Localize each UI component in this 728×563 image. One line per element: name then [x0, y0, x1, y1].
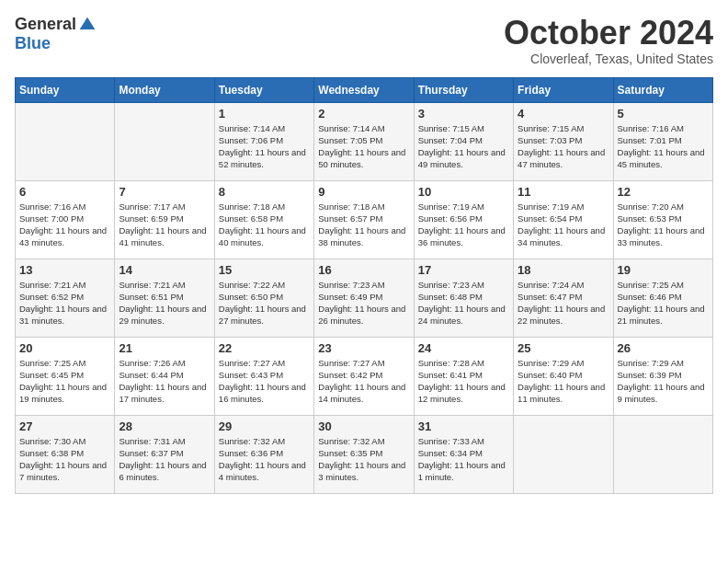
- calendar-cell: 22Sunrise: 7:27 AM Sunset: 6:43 PM Dayli…: [214, 337, 313, 415]
- calendar-week-row: 13Sunrise: 7:21 AM Sunset: 6:52 PM Dayli…: [16, 259, 713, 337]
- calendar-cell: 24Sunrise: 7:28 AM Sunset: 6:41 PM Dayli…: [414, 337, 513, 415]
- logo-general-text: General: [15, 15, 76, 34]
- page-header: General Blue October 2024 Cloverleaf, Te…: [15, 15, 713, 66]
- cell-info: Sunrise: 7:25 AM Sunset: 6:45 PM Dayligh…: [19, 357, 110, 406]
- calendar-cell: 11Sunrise: 7:19 AM Sunset: 6:54 PM Dayli…: [514, 180, 613, 259]
- calendar-cell: 13Sunrise: 7:21 AM Sunset: 6:52 PM Dayli…: [16, 259, 115, 337]
- cell-info: Sunrise: 7:32 AM Sunset: 6:36 PM Dayligh…: [219, 435, 310, 484]
- cell-info: Sunrise: 7:14 AM Sunset: 7:06 PM Dayligh…: [219, 122, 310, 171]
- svg-marker-0: [80, 17, 96, 29]
- cell-info: Sunrise: 7:14 AM Sunset: 7:05 PM Dayligh…: [318, 122, 409, 171]
- logo-blue-text: Blue: [15, 34, 51, 53]
- calendar-week-row: 6Sunrise: 7:16 AM Sunset: 7:00 PM Daylig…: [16, 180, 713, 259]
- calendar-cell: 3Sunrise: 7:15 AM Sunset: 7:04 PM Daylig…: [414, 102, 513, 180]
- calendar-week-row: 1Sunrise: 7:14 AM Sunset: 7:06 PM Daylig…: [16, 102, 713, 180]
- calendar-cell: 17Sunrise: 7:23 AM Sunset: 6:48 PM Dayli…: [414, 259, 513, 337]
- cell-info: Sunrise: 7:31 AM Sunset: 6:37 PM Dayligh…: [119, 435, 210, 484]
- month-title: October 2024: [504, 15, 713, 52]
- cell-info: Sunrise: 7:29 AM Sunset: 6:40 PM Dayligh…: [518, 357, 609, 406]
- calendar-cell: 4Sunrise: 7:15 AM Sunset: 7:03 PM Daylig…: [514, 102, 613, 180]
- day-number: 23: [318, 341, 409, 355]
- cell-info: Sunrise: 7:28 AM Sunset: 6:41 PM Dayligh…: [418, 357, 509, 406]
- calendar-cell: 7Sunrise: 7:17 AM Sunset: 6:59 PM Daylig…: [115, 180, 214, 259]
- cell-info: Sunrise: 7:23 AM Sunset: 6:49 PM Dayligh…: [318, 279, 409, 327]
- calendar-cell: 23Sunrise: 7:27 AM Sunset: 6:42 PM Dayli…: [314, 337, 414, 415]
- day-number: 31: [418, 419, 509, 433]
- calendar-cell: [16, 102, 115, 180]
- cell-info: Sunrise: 7:18 AM Sunset: 6:58 PM Dayligh…: [219, 201, 310, 249]
- cell-info: Sunrise: 7:19 AM Sunset: 6:56 PM Dayligh…: [418, 201, 509, 249]
- calendar-cell: 12Sunrise: 7:20 AM Sunset: 6:53 PM Dayli…: [613, 180, 712, 259]
- day-number: 19: [618, 263, 709, 277]
- calendar-cell: 21Sunrise: 7:26 AM Sunset: 6:44 PM Dayli…: [115, 337, 214, 415]
- calendar-cell: 26Sunrise: 7:29 AM Sunset: 6:39 PM Dayli…: [613, 337, 712, 415]
- cell-info: Sunrise: 7:27 AM Sunset: 6:42 PM Dayligh…: [318, 357, 409, 406]
- calendar-cell: 9Sunrise: 7:18 AM Sunset: 6:57 PM Daylig…: [314, 180, 414, 259]
- day-number: 28: [119, 419, 210, 433]
- day-number: 16: [318, 263, 409, 277]
- cell-info: Sunrise: 7:21 AM Sunset: 6:51 PM Dayligh…: [119, 279, 210, 327]
- day-number: 21: [119, 341, 210, 355]
- cell-info: Sunrise: 7:27 AM Sunset: 6:43 PM Dayligh…: [219, 357, 310, 406]
- calendar-cell: 8Sunrise: 7:18 AM Sunset: 6:58 PM Daylig…: [214, 180, 313, 259]
- calendar-week-row: 20Sunrise: 7:25 AM Sunset: 6:45 PM Dayli…: [16, 337, 713, 415]
- day-number: 20: [19, 341, 110, 355]
- cell-info: Sunrise: 7:23 AM Sunset: 6:48 PM Dayligh…: [418, 279, 509, 327]
- day-of-week-header: Saturday: [613, 77, 712, 102]
- cell-info: Sunrise: 7:16 AM Sunset: 7:00 PM Dayligh…: [19, 201, 110, 249]
- day-number: 4: [518, 107, 609, 121]
- calendar-cell: 30Sunrise: 7:32 AM Sunset: 6:35 PM Dayli…: [314, 415, 414, 493]
- day-number: 1: [219, 107, 310, 121]
- day-of-week-header: Sunday: [16, 77, 115, 102]
- day-number: 29: [219, 419, 310, 433]
- calendar-cell: 10Sunrise: 7:19 AM Sunset: 6:56 PM Dayli…: [414, 180, 513, 259]
- day-of-week-header: Wednesday: [314, 77, 414, 102]
- cell-info: Sunrise: 7:22 AM Sunset: 6:50 PM Dayligh…: [219, 279, 310, 327]
- day-number: 12: [618, 185, 709, 199]
- cell-info: Sunrise: 7:19 AM Sunset: 6:54 PM Dayligh…: [518, 201, 609, 249]
- cell-info: Sunrise: 7:18 AM Sunset: 6:57 PM Dayligh…: [318, 201, 409, 249]
- day-number: 6: [19, 185, 110, 199]
- calendar-cell: 14Sunrise: 7:21 AM Sunset: 6:51 PM Dayli…: [115, 259, 214, 337]
- day-number: 15: [219, 263, 310, 277]
- day-of-week-header: Monday: [115, 77, 214, 102]
- cell-info: Sunrise: 7:32 AM Sunset: 6:35 PM Dayligh…: [318, 435, 409, 484]
- calendar-cell: 6Sunrise: 7:16 AM Sunset: 7:00 PM Daylig…: [16, 180, 115, 259]
- day-number: 24: [418, 341, 509, 355]
- calendar-cell: 5Sunrise: 7:16 AM Sunset: 7:01 PM Daylig…: [613, 102, 712, 180]
- cell-info: Sunrise: 7:15 AM Sunset: 7:03 PM Dayligh…: [518, 122, 609, 171]
- day-of-week-header: Thursday: [414, 77, 513, 102]
- day-number: 9: [318, 185, 409, 199]
- calendar-cell: 1Sunrise: 7:14 AM Sunset: 7:06 PM Daylig…: [214, 102, 313, 180]
- day-number: 7: [119, 185, 210, 199]
- calendar-cell: 19Sunrise: 7:25 AM Sunset: 6:46 PM Dayli…: [613, 259, 712, 337]
- cell-info: Sunrise: 7:21 AM Sunset: 6:52 PM Dayligh…: [19, 279, 110, 327]
- day-number: 8: [219, 185, 310, 199]
- calendar-table: SundayMondayTuesdayWednesdayThursdayFrid…: [15, 77, 713, 494]
- day-number: 10: [418, 185, 509, 199]
- calendar-cell: 15Sunrise: 7:22 AM Sunset: 6:50 PM Dayli…: [214, 259, 313, 337]
- calendar-cell: [613, 415, 712, 493]
- calendar-cell: 20Sunrise: 7:25 AM Sunset: 6:45 PM Dayli…: [16, 337, 115, 415]
- location-text: Cloverleaf, Texas, United States: [504, 52, 713, 66]
- day-number: 30: [318, 419, 409, 433]
- calendar-cell: 27Sunrise: 7:30 AM Sunset: 6:38 PM Dayli…: [16, 415, 115, 493]
- logo: General Blue: [15, 15, 97, 53]
- cell-info: Sunrise: 7:33 AM Sunset: 6:34 PM Dayligh…: [418, 435, 509, 484]
- header-row: SundayMondayTuesdayWednesdayThursdayFrid…: [16, 77, 713, 102]
- day-number: 18: [518, 263, 609, 277]
- day-number: 25: [518, 341, 609, 355]
- day-number: 26: [618, 341, 709, 355]
- day-number: 3: [418, 107, 509, 121]
- day-number: 13: [19, 263, 110, 277]
- calendar-cell: 29Sunrise: 7:32 AM Sunset: 6:36 PM Dayli…: [214, 415, 313, 493]
- calendar-cell: 2Sunrise: 7:14 AM Sunset: 7:05 PM Daylig…: [314, 102, 414, 180]
- day-number: 11: [518, 185, 609, 199]
- cell-info: Sunrise: 7:26 AM Sunset: 6:44 PM Dayligh…: [119, 357, 210, 406]
- cell-info: Sunrise: 7:15 AM Sunset: 7:04 PM Dayligh…: [418, 122, 509, 171]
- logo-icon: [78, 16, 97, 34]
- day-number: 22: [219, 341, 310, 355]
- day-of-week-header: Friday: [514, 77, 613, 102]
- day-number: 17: [418, 263, 509, 277]
- calendar-cell: 28Sunrise: 7:31 AM Sunset: 6:37 PM Dayli…: [115, 415, 214, 493]
